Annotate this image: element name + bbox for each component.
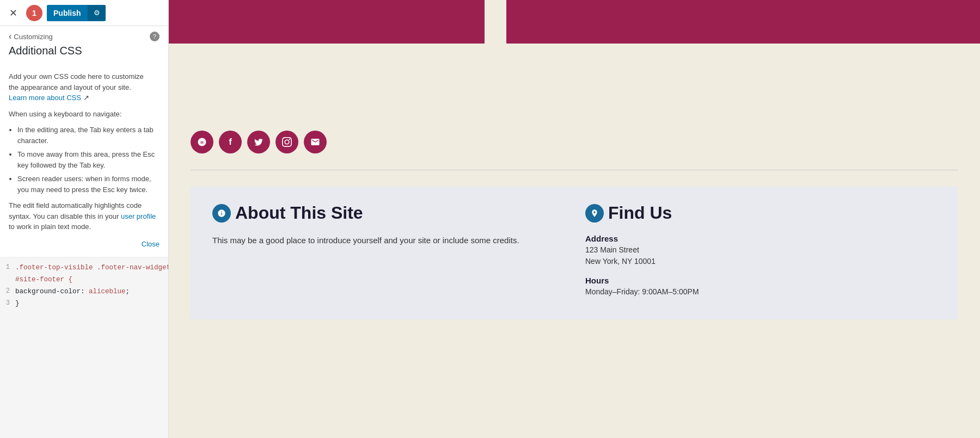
keyboard-intro: When using a keyboard to navigate: — [9, 109, 160, 120]
findus-column: Find Us Address 123 Main Street New York… — [585, 203, 936, 298]
line-text-2: background-color: aliceblue; — [15, 286, 168, 297]
address-label: Address — [585, 234, 936, 243]
top-bar: ✕ 1 Publish ⚙ — [0, 0, 168, 26]
hero-gap — [495, 0, 506, 44]
findus-heading-icon — [585, 204, 604, 223]
keyboard-tip-1: In the editing area, the Tab key enters … — [17, 125, 160, 146]
hours-line1: Monday–Friday: 9:00AM–5:00PM — [585, 286, 936, 298]
code-line-2: 2 background-color: aliceblue; — [0, 286, 168, 298]
user-profile-link[interactable]: user profile — [121, 212, 156, 220]
close-link[interactable]: Close — [142, 239, 160, 250]
code-line-1: 1 .footer-top-visible .footer-nav-widget… — [0, 262, 168, 274]
customizing-label: Customizing — [14, 33, 53, 41]
help-button[interactable]: ? — [150, 32, 160, 41]
address-line2: New York, NY 10001 — [585, 256, 936, 267]
about-body: This may be a good place to introduce yo… — [212, 234, 564, 247]
back-button[interactable]: ‹ — [9, 32, 11, 41]
keyboard-tip-3: Screen reader users: when in forms mode,… — [17, 174, 160, 195]
edit-field-note: The edit field automatically highlights … — [9, 200, 160, 232]
site-divider — [191, 170, 958, 170]
customizer-panel: ✕ 1 Publish ⚙ ‹ Customizing ? Additional… — [0, 0, 169, 438]
hero-block-left — [169, 0, 485, 44]
customizer-header-row: ‹ Customizing ? — [0, 26, 168, 42]
site-preview: f About This Site — [169, 0, 980, 438]
code-content: 1 .footer-top-visible .footer-nav-widget… — [0, 257, 168, 438]
hours-block: Hours Monday–Friday: 9:00AM–5:00PM — [585, 276, 936, 298]
keyboard-tips: In the editing area, the Tab key enters … — [17, 125, 160, 195]
footer-section: About This Site This may be a good place… — [191, 187, 958, 319]
line-text-3: } — [15, 298, 168, 309]
learn-more-link[interactable]: Learn more about CSS — [9, 94, 81, 102]
publish-button[interactable]: Publish — [47, 5, 88, 21]
hours-label: Hours — [585, 276, 936, 285]
facebook-icon[interactable]: f — [219, 131, 242, 153]
site-content-area: f About This Site — [169, 44, 980, 341]
description-area: Add your own CSS code here to customize … — [0, 64, 168, 257]
close-button[interactable]: ✕ — [4, 4, 22, 22]
desc-text-1: Add your own CSS code here to customize … — [9, 71, 160, 103]
code-line-1b: #site-footer { — [0, 274, 168, 286]
about-column: About This Site This may be a good place… — [212, 203, 564, 298]
hero-block-right — [506, 0, 980, 44]
customizer-title: Additional CSS — [9, 45, 160, 57]
line-text-1: .footer-top-visible .footer-nav-widgets-… — [15, 262, 168, 273]
code-line-3: 3 } — [0, 298, 168, 310]
customizer-title-area: Additional CSS — [0, 42, 168, 64]
line-num-3: 3 — [0, 298, 15, 309]
notification-badge[interactable]: 1 — [26, 5, 42, 21]
about-heading-icon — [212, 204, 231, 223]
about-heading: About This Site — [212, 203, 564, 223]
line-num-2: 2 — [0, 286, 15, 297]
publish-button-wrapper: Publish ⚙ — [47, 5, 106, 21]
address-line1: 123 Main Street — [585, 244, 936, 256]
css-editor[interactable]: 1 .footer-top-visible .footer-nav-widget… — [0, 257, 168, 438]
line-text-1b: #site-footer { — [15, 274, 168, 285]
email-icon[interactable] — [304, 131, 327, 153]
findus-heading: Find Us — [585, 203, 936, 223]
address-block: Address 123 Main Street New York, NY 100… — [585, 234, 936, 267]
twitter-icon[interactable] — [247, 131, 270, 153]
publish-gear-button[interactable]: ⚙ — [88, 5, 106, 21]
line-num-1: 1 — [0, 262, 15, 273]
yelp-icon[interactable] — [191, 131, 213, 153]
keyboard-tip-2: To move away from this area, press the E… — [17, 149, 160, 170]
instagram-icon[interactable] — [275, 131, 298, 153]
hero-area — [169, 0, 980, 44]
content-gap — [191, 54, 958, 120]
social-icons-row: f — [191, 120, 958, 164]
